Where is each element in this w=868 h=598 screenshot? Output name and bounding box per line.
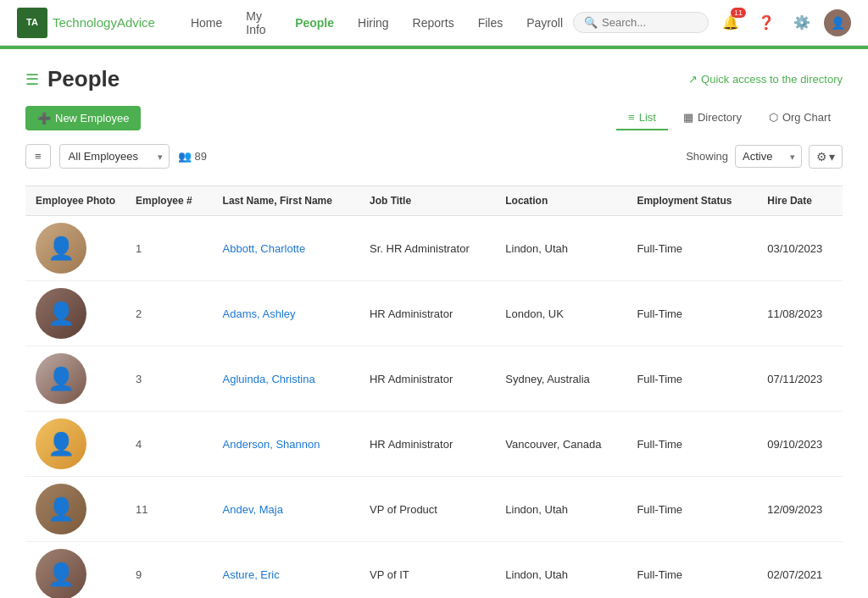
- orgchart-icon: ⬡: [769, 111, 778, 124]
- table-body: 👤 1 Abbott, Charlotte Sr. HR Administrat…: [25, 216, 843, 599]
- notification-badge: 11: [731, 8, 746, 18]
- people-icon: 👥: [178, 150, 192, 163]
- employee-location: Lindon, Utah: [495, 477, 626, 542]
- employee-status: Full-Time: [626, 281, 757, 346]
- search-box[interactable]: 🔍: [573, 12, 709, 33]
- employee-status: Full-Time: [626, 216, 757, 281]
- employee-status: Full-Time: [626, 346, 757, 412]
- hamburger-icon[interactable]: ☰: [25, 70, 39, 89]
- employee-number: 9: [125, 542, 213, 599]
- main-content: ☰ People ↗ Quick access to the directory…: [0, 49, 868, 598]
- showing-filter-wrapper: Active Inactive All ▾: [735, 145, 802, 168]
- tab-directory[interactable]: ▦ Directory: [671, 106, 754, 130]
- avatar-icon: 👤: [831, 16, 845, 30]
- nav-myinfo[interactable]: My Info: [236, 4, 281, 42]
- search-icon: 🔍: [584, 16, 598, 29]
- employee-photo-cell: 👤: [25, 412, 125, 477]
- employee-name-cell: Agluinda, Christina: [213, 346, 359, 412]
- nav-files[interactable]: Files: [468, 11, 514, 35]
- employee-hire-date: 07/11/2023: [757, 346, 843, 412]
- employee-name-cell: Adams, Ashley: [213, 281, 359, 346]
- col-status: Employment Status: [626, 186, 757, 216]
- avatar: 👤: [36, 484, 86, 534]
- table-row: 👤 3 Agluinda, Christina HR Administrator…: [25, 346, 843, 412]
- employee-number: 3: [125, 346, 213, 412]
- employee-name-link[interactable]: Abbott, Charlotte: [223, 242, 306, 255]
- table-row: 👤 2 Adams, Ashley HR Administrator Londo…: [25, 281, 843, 346]
- nav-payroll[interactable]: Payroll: [516, 11, 573, 35]
- showing-label: Showing: [686, 150, 728, 163]
- employee-name-cell: Abbott, Charlotte: [213, 216, 359, 281]
- col-jobtitle: Job Title: [359, 186, 495, 216]
- filter-right: Showing Active Inactive All ▾ ⚙ ▾: [686, 145, 843, 169]
- avatar: 👤: [36, 418, 86, 469]
- employee-job-title: HR Administrator: [359, 281, 495, 346]
- showing-filter-select[interactable]: Active Inactive All: [735, 145, 802, 168]
- employee-name-cell: Andev, Maja: [213, 477, 359, 542]
- table-row: 👤 1 Abbott, Charlotte Sr. HR Administrat…: [25, 216, 843, 281]
- table-row: 👤 9 Asture, Eric VP of IT Lindon, Utah F…: [25, 542, 843, 599]
- employee-name-link[interactable]: Andev, Maja: [223, 503, 283, 516]
- employee-hire-date: 02/07/2021: [757, 542, 843, 599]
- filter-bar: ≡ All Employees Active Inactive On Leave…: [25, 144, 843, 175]
- col-photo: Employee Photo: [25, 186, 125, 216]
- employee-name-cell: Anderson, Shannon: [213, 412, 359, 477]
- help-icon: ❓: [758, 14, 775, 30]
- person-icon: 👤: [47, 235, 75, 262]
- employee-location: London, UK: [495, 281, 626, 346]
- employee-number: 4: [125, 412, 213, 477]
- person-icon: 👤: [47, 431, 75, 457]
- page-header: ☰ People ↗ Quick access to the directory: [25, 66, 843, 92]
- employee-status: Full-Time: [626, 412, 757, 477]
- notifications-button[interactable]: 🔔 11: [717, 9, 744, 36]
- employee-number: 2: [125, 281, 213, 346]
- employee-photo-cell: 👤: [25, 542, 125, 599]
- avatar: 👤: [36, 288, 86, 339]
- tab-orgchart[interactable]: ⬡ Org Chart: [757, 106, 843, 130]
- table-row: 👤 4 Anderson, Shannon HR Administrator V…: [25, 412, 843, 477]
- employee-name-link[interactable]: Agluinda, Christina: [223, 373, 315, 385]
- gear-icon-2: ⚙: [816, 150, 827, 163]
- employee-hire-date: 11/08/2023: [757, 281, 843, 346]
- employee-name-link[interactable]: Adams, Ashley: [223, 307, 296, 320]
- settings-button[interactable]: ⚙️: [788, 9, 815, 36]
- employee-hire-date: 12/09/2023: [757, 477, 843, 542]
- external-link-icon: ↗: [688, 73, 698, 86]
- employee-photo-cell: 👤: [25, 477, 125, 542]
- employee-name-link[interactable]: Asture, Eric: [223, 568, 280, 581]
- plus-icon: ➕: [37, 112, 51, 125]
- person-icon: 👤: [47, 496, 75, 523]
- filter-toggle-button[interactable]: ≡: [25, 144, 51, 169]
- employee-number: 11: [125, 477, 213, 542]
- employees-table: Employee Photo Employee # Last Name, Fir…: [25, 185, 843, 598]
- search-input[interactable]: [602, 16, 698, 29]
- nav-hiring[interactable]: Hiring: [348, 11, 399, 35]
- table-header: Employee Photo Employee # Last Name, Fir…: [25, 186, 843, 216]
- table-settings-button[interactable]: ⚙ ▾: [809, 145, 843, 169]
- employee-location: Lindon, Utah: [495, 216, 626, 281]
- help-button[interactable]: ❓: [753, 9, 780, 36]
- person-icon: 👤: [47, 301, 75, 327]
- new-employee-button[interactable]: ➕ New Employee: [25, 106, 141, 130]
- tab-list[interactable]: ≡ List: [616, 106, 668, 130]
- nav-links: Home My Info People Hiring Reports Files…: [181, 4, 573, 42]
- user-avatar[interactable]: 👤: [824, 9, 851, 36]
- employee-name-link[interactable]: Anderson, Shannon: [223, 438, 320, 451]
- employee-filter-select[interactable]: All Employees Active Inactive On Leave: [59, 144, 170, 169]
- list-icon: ≡: [628, 111, 635, 124]
- employee-location: Lindon, Utah: [495, 542, 626, 599]
- top-navigation: TA TechnologyAdvice Home My Info People …: [0, 0, 868, 46]
- employee-photo-cell: 👤: [25, 216, 125, 281]
- employee-photo-cell: 👤: [25, 346, 125, 412]
- nav-reports[interactable]: Reports: [403, 11, 465, 35]
- chevron-down-icon-3: ▾: [829, 150, 835, 163]
- logo-area[interactable]: TA TechnologyAdvice: [17, 8, 155, 38]
- nav-people[interactable]: People: [285, 11, 344, 35]
- table-header-row: Employee Photo Employee # Last Name, Fir…: [25, 186, 843, 216]
- directory-icon: ▦: [683, 111, 693, 124]
- employee-count: 👥 89: [178, 150, 207, 163]
- nav-home[interactable]: Home: [181, 11, 232, 35]
- person-icon: 👤: [47, 562, 75, 588]
- employee-status: Full-Time: [626, 542, 757, 599]
- quick-access-link[interactable]: ↗ Quick access to the directory: [688, 73, 843, 86]
